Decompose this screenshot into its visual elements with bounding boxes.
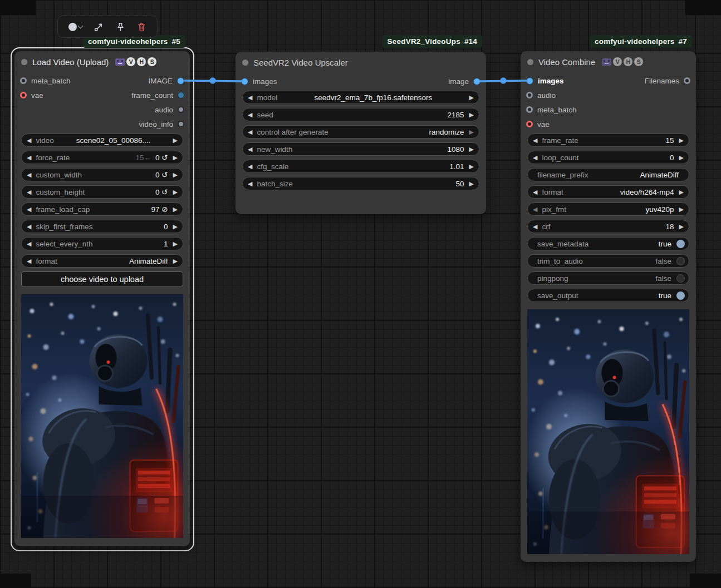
widget-row-seed[interactable]: ◀ seed 2185 ▶ [242, 108, 479, 121]
output-port-audio[interactable] [178, 106, 184, 113]
widget-row-select-every-nth[interactable]: ◀ select_every_nth 1 ▶ [21, 237, 183, 250]
collapse-dot[interactable] [21, 59, 27, 65]
collapse-dot[interactable] [527, 59, 533, 65]
widget-row-video[interactable]: ◀ video scene02_05_00086.... ▶ [21, 134, 183, 147]
stepper-left-icon[interactable]: ◀ [27, 241, 31, 247]
stepper-left-icon[interactable]: ◀ [27, 206, 31, 213]
stepper-left-icon[interactable]: ◀ [27, 258, 31, 264]
output-port-filenames[interactable] [684, 77, 690, 84]
delete-node-button[interactable] [137, 22, 146, 32]
stepper-left-icon[interactable]: ◀ [248, 164, 252, 170]
output-port-image[interactable] [473, 78, 480, 85]
stepper-left-icon[interactable]: ◀ [248, 146, 252, 152]
stepper-left-icon[interactable]: ◀ [248, 129, 252, 135]
stepper-left-icon[interactable]: ◀ [248, 95, 252, 101]
link-midpoint-dot[interactable] [500, 77, 507, 84]
pin-button[interactable] [116, 22, 125, 32]
widget-row-batch-size[interactable]: ◀ batch_size 50 ▶ [242, 177, 479, 190]
stepper-left-icon[interactable]: ◀ [533, 224, 537, 230]
stepper-right-icon[interactable]: ▶ [173, 172, 178, 178]
widget-row-save-output[interactable]: save_output true [527, 289, 689, 302]
node-title: Video Combine [538, 57, 595, 67]
link-midpoint-dot[interactable] [209, 77, 216, 84]
node-seedvr2-upscaler[interactable]: SeedVR2_VideoUps#14 SeedVR2 Video Upscal… [236, 52, 486, 214]
input-port-audio[interactable] [526, 92, 533, 98]
node-video-combine[interactable]: comfyui-videohelpers#7 Video Combine V H… [521, 51, 696, 562]
stepper-right-icon[interactable]: ▶ [173, 206, 178, 213]
stepper-right-icon[interactable]: ▶ [469, 146, 474, 152]
widget-row-crf[interactable]: ◀ crf 18 ▶ [527, 220, 689, 233]
stepper-right-icon[interactable]: ▶ [173, 189, 178, 195]
widget-row-model[interactable]: ◀ model seedvr2_ema_7b_fp16.safetensors … [242, 91, 479, 104]
widget-row-control-after-generate[interactable]: ◀ control after generate randomize ▶ [242, 125, 479, 139]
widget-row-skip-first-frames[interactable]: ◀ skip_first_frames 0 ▶ [21, 220, 183, 233]
stepper-right-icon[interactable]: ▶ [679, 137, 684, 144]
stepper-right-icon[interactable]: ▶ [679, 189, 684, 195]
widget-row-frame-rate[interactable]: ◀ frame_rate 15 ▶ [527, 134, 689, 147]
stepper-left-icon[interactable]: ◀ [533, 137, 537, 144]
stepper-left-icon[interactable]: ◀ [533, 206, 537, 213]
widget-row-custom-height[interactable]: ◀ custom_height 0 ↺ ▶ [21, 185, 183, 199]
input-port-images[interactable] [241, 78, 248, 85]
stepper-left-icon[interactable]: ◀ [27, 224, 31, 230]
input-port-images[interactable] [526, 77, 533, 85]
stepper-right-icon[interactable]: ▶ [679, 155, 684, 161]
input-port-vae[interactable] [20, 92, 27, 98]
widget-row-pingpong[interactable]: pingpong false [527, 271, 689, 285]
widget-row-cfg-scale[interactable]: ◀ cfg_scale 1.01 ▶ [242, 160, 479, 173]
stepper-right-icon[interactable]: ▶ [173, 224, 178, 230]
stepper-right-icon[interactable]: ▶ [173, 258, 178, 264]
stepper-right-icon[interactable]: ▶ [679, 206, 684, 213]
input-port-meta-batch[interactable] [526, 106, 533, 113]
stepper-right-icon[interactable]: ▶ [679, 224, 684, 230]
widget-row-loop-count[interactable]: ◀ loop_count 0 ▶ [527, 151, 689, 164]
output-label: IMAGE [148, 77, 173, 85]
stepper-left-icon[interactable]: ◀ [533, 155, 537, 161]
widget-row-new-width[interactable]: ◀ new_width 1080 ▶ [242, 142, 479, 156]
route-button[interactable] [94, 22, 104, 32]
stepper-right-icon[interactable]: ▶ [469, 112, 474, 118]
output-port-video-info[interactable] [178, 121, 184, 127]
node-color-swatch-button[interactable] [68, 23, 82, 31]
stepper-right-icon[interactable]: ▶ [469, 164, 474, 170]
widget-row-pix-fmt[interactable]: ◀ pix_fmt yuv420p ▶ [527, 202, 689, 216]
stepper-left-icon[interactable]: ◀ [533, 189, 537, 195]
video-preview [21, 294, 183, 538]
stepper-right-icon[interactable]: ▶ [469, 95, 474, 101]
widget-row-filename-prefix[interactable]: filename_prefix AnimateDiff [527, 168, 689, 181]
slot-row: vae [521, 117, 696, 131]
widget-section: ◀ model seedvr2_ema_7b_fp16.safetensors … [236, 88, 486, 190]
input-port-vae[interactable] [526, 121, 533, 127]
vhs-logo: V H S [602, 57, 643, 66]
widget-row-format[interactable]: ◀ format video/h264-mp4 ▶ [527, 185, 689, 199]
widget-row-frame-load-cap[interactable]: ◀ frame_load_cap 97 ⊘ ▶ [21, 202, 183, 216]
input-port-meta-batch[interactable] [20, 77, 27, 84]
widget-row-force-rate[interactable]: ◀ force_rate 15← 0 ↺ ▶ [21, 151, 183, 164]
stepper-right-icon[interactable]: ▶ [173, 155, 178, 161]
stepper-left-icon[interactable]: ◀ [27, 172, 31, 178]
input-label: meta_batch [537, 106, 577, 114]
comfyui-canvas[interactable]: { "ui": { "arrow_left": "◀", "arrow_righ… [0, 0, 721, 588]
output-port-frame-count[interactable] [178, 92, 184, 98]
choose-video-button[interactable]: choose video to upload [21, 271, 183, 287]
stepper-left-icon[interactable]: ◀ [27, 155, 31, 161]
badge-id: #7 [679, 37, 687, 46]
stepper-left-icon[interactable]: ◀ [27, 137, 31, 144]
stepper-right-icon[interactable]: ▶ [173, 137, 178, 144]
node-header[interactable]: Video Combine V H S [521, 51, 696, 72]
widget-row-format[interactable]: ◀ format AnimateDiff ▶ [21, 254, 183, 268]
stepper-left-icon[interactable]: ◀ [248, 181, 252, 187]
stepper-left-icon[interactable]: ◀ [27, 189, 31, 195]
stepper-right-icon[interactable]: ▶ [173, 241, 178, 247]
output-port-image[interactable] [177, 77, 184, 85]
stepper-right-icon[interactable]: ▶ [469, 181, 474, 187]
collapse-dot[interactable] [242, 60, 248, 66]
stepper-left-icon[interactable]: ◀ [248, 112, 252, 118]
widget-row-save-metadata[interactable]: save_metadata true [527, 237, 689, 250]
node-header[interactable]: Load Video (Upload) V H S [14, 51, 190, 72]
stepper-right-icon[interactable]: ▶ [469, 129, 474, 135]
widget-row-custom-width[interactable]: ◀ custom_width 0 ↺ ▶ [21, 168, 183, 181]
node-load-video[interactable]: comfyui-videohelpers#5 Load Video (Uploa… [14, 51, 190, 546]
node-header[interactable]: SeedVR2 Video Upscaler [236, 52, 486, 73]
widget-row-trim-to-audio[interactable]: trim_to_audio false [527, 254, 689, 268]
